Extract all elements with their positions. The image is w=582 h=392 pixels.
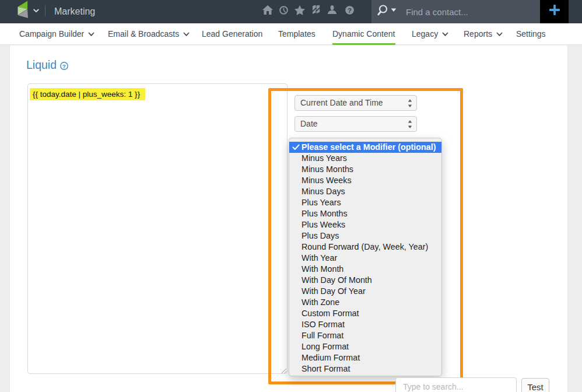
svg-text:?: ? — [62, 62, 66, 69]
svg-text:?: ? — [348, 7, 352, 14]
